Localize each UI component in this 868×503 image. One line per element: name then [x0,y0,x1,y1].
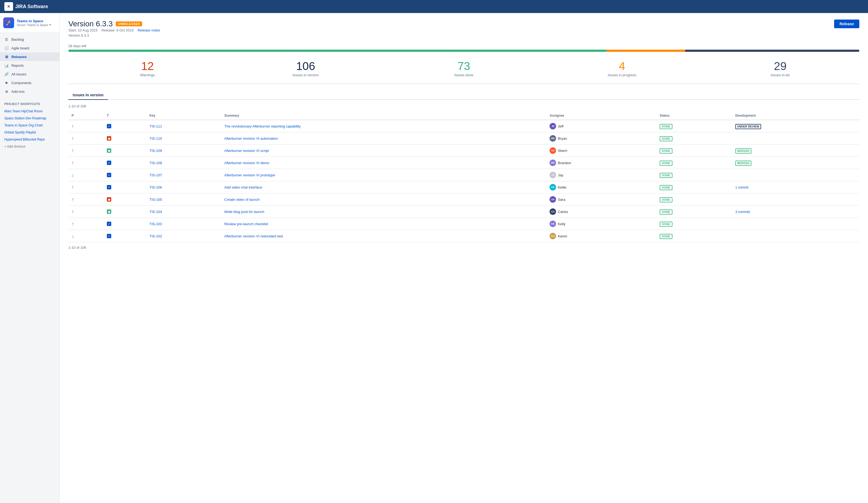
issue-summary-link[interactable]: Afterburner revision VI automation [224,136,278,141]
cell-summary[interactable]: Afterburner revision VI redundant test [221,230,546,242]
issue-key-link[interactable]: TIS-107 [149,173,162,177]
app-title: JIRA Software [15,4,48,10]
cell-summary[interactable]: Add video chat interface [221,181,546,193]
shortcut-org-chart[interactable]: Teams in Space Org Chart [0,122,59,129]
sidebar-item-components[interactable]: ❖ Components [0,79,59,87]
table-row: ↑ ◼ TIS-105 Create video of launch SASar… [68,193,859,206]
cell-summary[interactable]: Afterburner revision VI automation [221,132,546,145]
issue-summary-link[interactable]: Afterburner revision VI script [224,149,269,153]
issue-summary-link[interactable]: Afterburner revision VI demo [224,161,269,165]
issue-summary-link[interactable]: Review pre-launch checklist [224,222,268,226]
issue-summary-link[interactable]: Add video chat interface [224,185,262,189]
assignee-cell: JEJeff [549,123,653,130]
version-title: Version 6.3.3 [68,20,113,28]
issue-summary-link[interactable]: Write blog post for launch [224,210,264,214]
issue-key-link[interactable]: TIS-106 [149,185,162,189]
sidebar-item-agile-board[interactable]: ⬜ Agile board [0,44,59,52]
cell-key[interactable]: TIS-110 [146,132,221,145]
sidebar-item-releases[interactable]: ⊞ Releases [0,52,59,61]
shortcut-hyperspeed[interactable]: Hyperspeed Bitbucket Repo [0,136,59,143]
table-row: ↓ ✓ TIS-102 Afterburner revision VI redu… [68,230,859,242]
cell-summary[interactable]: Review pre-launch checklist [221,218,546,230]
stat-issues-todo-label: Issues to-do [705,73,855,77]
assignee-cell: SHSherri [549,147,653,154]
version-sub: Version 6.3.3 [68,33,160,38]
sidebar-item-reports[interactable]: 📊 Reports [0,61,59,70]
chevron-down-icon: ▾ [49,23,51,27]
sidebar: 🚀 Teams in Space Scrum: Teams in Space ▾… [0,13,60,503]
priority-high-icon: ↑ [72,160,74,165]
cell-assignee: JEJeff [546,120,657,132]
cell-key[interactable]: TIS-107 [146,169,221,181]
cell-priority: ↑ [68,206,104,218]
issue-key-link[interactable]: TIS-108 [149,161,162,165]
stats-row: 12 Warnings 106 Issues in version 73 Iss… [68,58,859,84]
issue-key-link[interactable]: TIS-110 [149,136,162,141]
avatar: KE [549,220,556,227]
issue-key-link[interactable]: TIS-109 [149,149,162,153]
version-info: Version 6.3.3 UNRELEASED Start: 10 Aug 2… [68,20,160,42]
backlog-icon: ☰ [4,37,9,41]
assignee-name: Kellie [558,185,566,189]
add-shortcut-button[interactable]: + Add shortcut [0,143,59,150]
assignee-name: Brandon [558,161,571,165]
cell-development [732,169,859,181]
issue-summary-link[interactable]: Create video of launch [224,197,260,202]
assignee-cell: CACarlos [549,208,653,215]
stat-issues-version-label: Issues in version [231,73,380,77]
cell-key[interactable]: TIS-106 [146,181,221,193]
cell-type: ✓ [104,169,146,181]
table-row: ↑ ◼ TIS-110 Afterburner revision VI auto… [68,132,859,145]
table-count-bottom: 1-10 of 106 [68,246,859,249]
assignee-cell: SASara [549,196,653,203]
type-icon: ◼ [107,197,111,202]
cell-status: DONE [657,230,732,242]
cell-key[interactable]: TIS-102 [146,230,221,242]
cell-assignee: KEKelly [546,218,657,230]
shortcut-orbital[interactable]: Orbital Spotify Playlist [0,129,59,136]
priority-high-icon: ↑ [72,197,74,202]
cell-summary[interactable]: The revolutionary Afterburner reporting … [221,120,546,132]
issue-summary-link[interactable]: The revolutionary Afterburner reporting … [224,124,301,128]
issue-key-link[interactable]: TIS-103 [149,222,162,226]
sidebar-item-all-issues[interactable]: 🔗 All issues [0,70,59,79]
progress-bar [68,50,859,52]
priority-high-icon: ↑ [72,123,74,129]
release-button[interactable]: Release [834,20,859,28]
tab-issues-in-version[interactable]: Issues in version [68,91,108,100]
sidebar-item-add-ons[interactable]: ⊕ Add-ons [0,87,59,96]
assignee-name: Sara [558,197,565,202]
sidebar-item-backlog[interactable]: ☰ Backlog [0,35,59,44]
cell-key[interactable]: TIS-108 [146,157,221,169]
start-date: Start: 10 Aug 2015 [68,28,98,32]
cell-key[interactable]: TIS-109 [146,145,221,157]
shortcut-space-station[interactable]: Space Station Dev Roadmap [0,115,59,122]
cell-summary[interactable]: Write blog post for launch [221,206,546,218]
cell-key[interactable]: TIS-105 [146,193,221,206]
cell-summary[interactable]: Create video of launch [221,193,546,206]
release-notes-link[interactable]: Release notes [137,28,160,32]
cell-development [732,193,859,206]
cell-key[interactable]: TIS-103 [146,218,221,230]
issue-summary-link[interactable]: Afterburner revision VI redundant test [224,234,283,238]
project-header: 🚀 Teams in Space Scrum: Teams in Space ▾ [0,13,59,33]
assignee-cell: KEKellie [549,184,653,191]
cell-summary[interactable]: Afterburner revision VI script [221,145,546,157]
add-ons-icon: ⊕ [4,89,9,94]
cell-summary[interactable]: Afterburner revision VI prototype [221,169,546,181]
project-sub: Scrum: Teams in Space ▾ [17,23,56,27]
issue-summary-link[interactable]: Afterburner revision VI prototype [224,173,275,177]
cell-summary[interactable]: Afterburner revision VI demo [221,157,546,169]
shortcut-mars-hipchat[interactable]: Mars Team HipChat Room [0,108,59,115]
project-name[interactable]: Teams in Space [17,19,56,23]
assignee-name: Sherri [558,149,567,153]
issue-key-link[interactable]: TIS-111 [149,124,162,128]
issue-key-link[interactable]: TIS-104 [149,210,162,214]
cell-development: 1 commit [732,181,859,193]
cell-key[interactable]: TIS-111 [146,120,221,132]
issue-key-link[interactable]: TIS-105 [149,197,162,202]
cell-key[interactable]: TIS-104 [146,206,221,218]
issue-key-link[interactable]: TIS-102 [149,234,162,238]
cell-status: DONE [657,193,732,206]
avatar: JA [549,172,556,178]
